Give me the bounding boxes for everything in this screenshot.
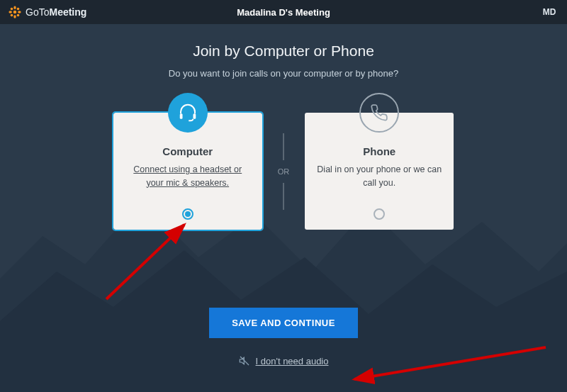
svg-point-5 bbox=[11, 8, 13, 11]
options-divider: OR bbox=[278, 133, 290, 210]
option-computer-title: Computer bbox=[125, 145, 251, 157]
app-header: GoToMeeting Madalina D's Meeting MD bbox=[0, 0, 567, 24]
brand: GoToMeeting bbox=[9, 6, 86, 18]
user-avatar[interactable]: MD bbox=[540, 3, 558, 21]
svg-line-13 bbox=[354, 347, 546, 379]
annotation-arrow-icon bbox=[92, 214, 206, 306]
svg-point-7 bbox=[11, 14, 13, 17]
option-phone-radio[interactable] bbox=[374, 208, 385, 220]
svg-rect-10 bbox=[193, 113, 196, 119]
save-continue-button[interactable]: SAVE AND CONTINUE bbox=[209, 308, 358, 338]
speaker-muted-icon bbox=[239, 355, 250, 366]
svg-point-0 bbox=[13, 11, 17, 14]
phone-icon bbox=[359, 93, 399, 133]
svg-line-12 bbox=[106, 225, 184, 299]
option-phone-description: Dial in on your phone or we can call you… bbox=[316, 163, 442, 190]
page-title: Join by Computer or Phone bbox=[0, 43, 567, 60]
svg-point-3 bbox=[9, 11, 12, 13]
option-computer-card[interactable]: Computer Connect using a headset or your… bbox=[113, 113, 262, 230]
product-name: GoToMeeting bbox=[26, 6, 86, 18]
headset-icon bbox=[168, 93, 208, 133]
divider-label: OR bbox=[278, 167, 290, 176]
option-phone-card[interactable]: Phone Dial in on your phone or we can ca… bbox=[305, 113, 454, 230]
page-subtitle: Do you want to join calls on your comput… bbox=[0, 68, 567, 79]
meeting-title: Madalina D's Meeting bbox=[237, 7, 330, 18]
svg-line-11 bbox=[240, 357, 249, 365]
option-computer-description: Connect using a headset or your mic & sp… bbox=[125, 163, 251, 190]
main-content: Join by Computer or Phone Do you want to… bbox=[0, 24, 567, 369]
svg-point-4 bbox=[18, 11, 21, 13]
svg-point-2 bbox=[13, 15, 16, 18]
svg-point-1 bbox=[13, 6, 16, 9]
no-audio-label: I don't need audio bbox=[256, 356, 329, 366]
svg-point-8 bbox=[17, 14, 20, 17]
svg-point-6 bbox=[17, 8, 20, 11]
no-audio-link[interactable]: I don't need audio bbox=[239, 355, 329, 366]
annotation-arrow-icon bbox=[340, 340, 553, 390]
svg-rect-9 bbox=[180, 113, 183, 119]
option-phone-title: Phone bbox=[316, 145, 442, 157]
audio-options: Computer Connect using a headset or your… bbox=[0, 113, 567, 230]
gotomeeting-logo-icon bbox=[9, 6, 21, 18]
